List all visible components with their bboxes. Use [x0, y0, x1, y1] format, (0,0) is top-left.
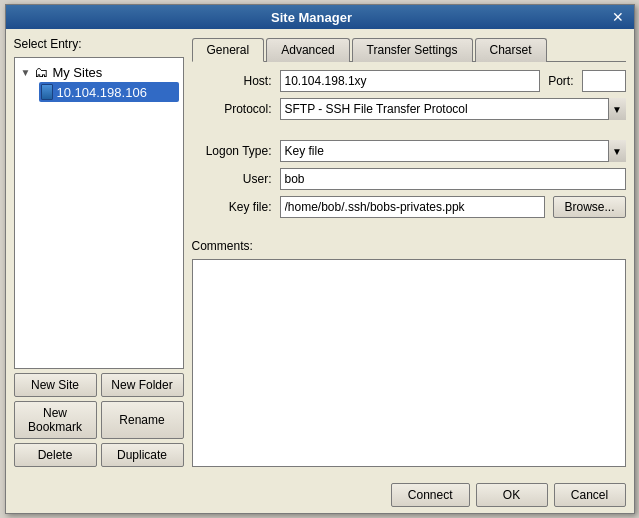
protocol-select[interactable]: SFTP - SSH File Transfer Protocol [280, 98, 626, 120]
site-icon [41, 84, 53, 100]
left-buttons: New Site New Folder New Bookmark Rename … [14, 373, 184, 467]
spacer-2 [192, 224, 626, 232]
tree-expand-icon: ▼ [21, 67, 31, 78]
tree-child-container: 10.104.198.106 [39, 82, 179, 102]
close-button[interactable]: ✕ [610, 9, 626, 25]
logon-type-row: Logon Type: Key file Normal Anonymous As… [192, 140, 626, 162]
user-row: User: [192, 168, 626, 190]
protocol-label: Protocol: [192, 102, 272, 116]
tree-root-label: My Sites [52, 65, 102, 80]
comments-textarea[interactable] [192, 259, 626, 467]
tab-charset[interactable]: Charset [475, 38, 547, 62]
logon-type-select[interactable]: Key file Normal Anonymous Ask for passwo… [280, 140, 626, 162]
tree-site-item[interactable]: 10.104.198.106 [39, 82, 179, 102]
port-input[interactable] [582, 70, 626, 92]
window-body: Select Entry: ▼ 🗂 My Sites 10.104.198.10… [6, 29, 634, 475]
spacer-1 [192, 126, 626, 134]
host-row: Host: Port: [192, 70, 626, 92]
comments-label-row: Comments: [192, 238, 626, 253]
left-panel: Select Entry: ▼ 🗂 My Sites 10.104.198.10… [14, 37, 184, 467]
protocol-select-wrapper: SFTP - SSH File Transfer Protocol ▼ [280, 98, 626, 120]
rename-button[interactable]: Rename [101, 401, 184, 439]
protocol-row: Protocol: SFTP - SSH File Transfer Proto… [192, 98, 626, 120]
tab-advanced[interactable]: Advanced [266, 38, 349, 62]
browse-button[interactable]: Browse... [553, 196, 625, 218]
key-file-label: Key file: [192, 200, 272, 214]
tab-general[interactable]: General [192, 38, 265, 62]
logon-type-select-wrapper: Key file Normal Anonymous Ask for passwo… [280, 140, 626, 162]
logon-type-label: Logon Type: [192, 144, 272, 158]
tab-transfer-settings[interactable]: Transfer Settings [352, 38, 473, 62]
host-label: Host: [192, 74, 272, 88]
key-file-input[interactable] [280, 196, 546, 218]
ok-button[interactable]: OK [476, 483, 548, 507]
delete-button[interactable]: Delete [14, 443, 97, 467]
select-entry-label: Select Entry: [14, 37, 184, 51]
folder-icon: 🗂 [34, 64, 48, 80]
new-site-button[interactable]: New Site [14, 373, 97, 397]
form-area: Host: Port: Protocol: SFTP - SSH File Tr… [192, 70, 626, 467]
new-folder-button[interactable]: New Folder [101, 373, 184, 397]
tree-root-item[interactable]: ▼ 🗂 My Sites [19, 62, 179, 82]
window-title: Site Manager [14, 10, 610, 25]
title-bar: Site Manager ✕ [6, 5, 634, 29]
key-file-row: Key file: Browse... [192, 196, 626, 218]
port-label: Port: [548, 74, 573, 88]
new-bookmark-button[interactable]: New Bookmark [14, 401, 97, 439]
user-label: User: [192, 172, 272, 186]
connect-button[interactable]: Connect [391, 483, 470, 507]
site-manager-window: Site Manager ✕ Select Entry: ▼ 🗂 My Site… [5, 4, 635, 514]
duplicate-button[interactable]: Duplicate [101, 443, 184, 467]
comments-label: Comments: [192, 239, 253, 253]
tree-site-label: 10.104.198.106 [57, 85, 147, 100]
tab-bar: General Advanced Transfer Settings Chars… [192, 37, 626, 62]
bottom-buttons: Connect OK Cancel [6, 475, 634, 513]
user-input[interactable] [280, 168, 626, 190]
right-panel: General Advanced Transfer Settings Chars… [192, 37, 626, 467]
cancel-button[interactable]: Cancel [554, 483, 626, 507]
tree-view[interactable]: ▼ 🗂 My Sites 10.104.198.106 [14, 57, 184, 369]
host-input[interactable] [280, 70, 541, 92]
